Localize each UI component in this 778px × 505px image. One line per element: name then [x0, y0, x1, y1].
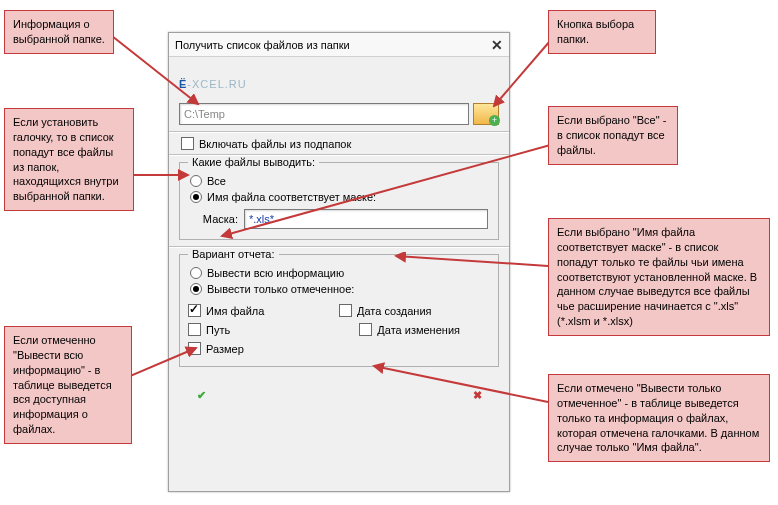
checkbox-icon[interactable] [188, 304, 201, 317]
radio-all-row[interactable]: Все [190, 175, 488, 187]
include-subfolders-row[interactable]: Включать файлы из подпапок [181, 137, 497, 150]
checkbox-icon[interactable] [359, 323, 372, 336]
ok-button[interactable]: ✔ [185, 381, 217, 409]
radio-icon[interactable] [190, 283, 202, 295]
cancel-button[interactable]: ✖ [461, 381, 493, 409]
folder-path-input[interactable] [179, 103, 469, 125]
filter-fieldset: Какие файлы выводить: Все Имя файла соот… [179, 162, 499, 240]
radio-icon[interactable] [190, 175, 202, 187]
cb-created-row[interactable]: Дата создания [339, 304, 490, 317]
checkbox-icon[interactable] [188, 342, 201, 355]
cb-modified-row[interactable]: Дата изменения [291, 323, 490, 336]
radio-all-label: Все [207, 175, 226, 187]
titlebar: Получить список файлов из папки ✕ [169, 33, 509, 57]
radio-icon[interactable] [190, 191, 202, 203]
cb-size-label: Размер [206, 343, 244, 355]
cb-path-label: Путь [206, 324, 230, 336]
cb-filename-row[interactable]: Имя файла [188, 304, 339, 317]
callout-subfolders: Если установить галочку, то в список поп… [4, 108, 134, 211]
callout-all-files: Если выбрано "Все" - в список попадут вс… [548, 106, 678, 165]
cb-path-row[interactable]: Путь [188, 323, 291, 336]
callout-full-info: Если отмеченно "Вывести всю информацию" … [4, 326, 132, 444]
radio-mask-row[interactable]: Имя файла соответствует маске: [190, 191, 488, 203]
mask-input[interactable] [244, 209, 488, 229]
callout-folder-button: Кнопка выбора папки. [548, 10, 656, 54]
cb-created-label: Дата создания [357, 305, 432, 317]
radio-selected-row[interactable]: Вывести только отмеченное: [190, 283, 488, 295]
callout-folder-info: Информация о выбранной папке. [4, 10, 114, 54]
radio-full-label: Вывести всю информацию [207, 267, 344, 279]
logo: Ё-XCEL.RU [169, 57, 509, 99]
checkbox-icon[interactable] [181, 137, 194, 150]
close-icon[interactable]: ✕ [491, 37, 503, 53]
radio-mask-label: Имя файла соответствует маске: [207, 191, 376, 203]
cb-filename-label: Имя файла [206, 305, 264, 317]
plus-icon: + [489, 115, 500, 126]
include-subfolders-label: Включать файлы из подпапок [199, 138, 351, 150]
filter-legend: Какие файлы выводить: [188, 156, 319, 168]
cb-modified-label: Дата изменения [377, 324, 460, 336]
browse-folder-button[interactable]: + [473, 103, 499, 125]
report-legend: Вариант отчета: [188, 248, 279, 260]
callout-selected: Если отмечено "Вывести только отмеченное… [548, 374, 770, 462]
report-fieldset: Вариант отчета: Вывести всю информацию В… [179, 254, 499, 367]
callout-mask: Если выбрано "Имя файла соответствует ма… [548, 218, 770, 336]
cross-icon: ✖ [473, 389, 482, 402]
cb-size-row[interactable]: Размер [188, 342, 339, 355]
radio-selected-label: Вывести только отмеченное: [207, 283, 354, 295]
checkbox-icon[interactable] [188, 323, 201, 336]
checkbox-icon[interactable] [339, 304, 352, 317]
radio-icon[interactable] [190, 267, 202, 279]
window-title: Получить список файлов из папки [175, 39, 350, 51]
mask-label: Маска: [190, 213, 238, 225]
radio-full-row[interactable]: Вывести всю информацию [190, 267, 488, 279]
logo-rest: -XCEL.RU [187, 78, 246, 90]
check-icon: ✔ [197, 389, 206, 402]
dialog-window: Получить список файлов из папки ✕ Ё-XCEL… [168, 32, 510, 492]
